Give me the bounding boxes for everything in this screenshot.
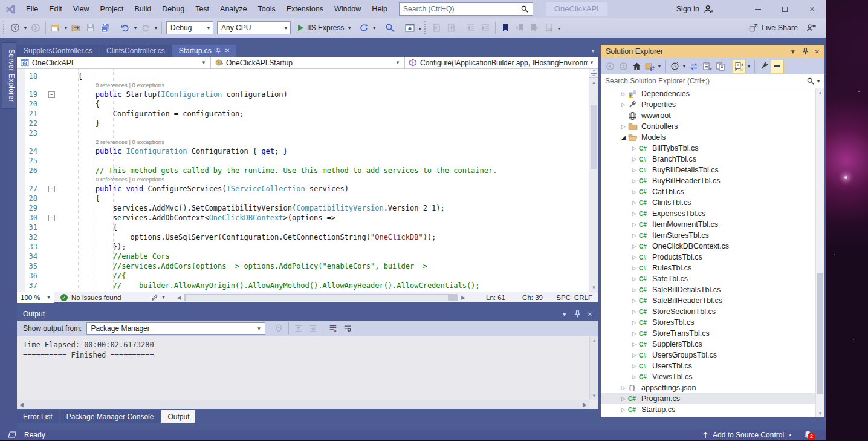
expander-collapsed-icon[interactable]: ▷ xyxy=(630,211,639,217)
dropdown-arrow-icon[interactable]: ▼ xyxy=(681,60,687,73)
expander-collapsed-icon[interactable]: ▷ xyxy=(630,330,639,336)
code-line[interactable]: 24 public IConfiguration Configuration {… xyxy=(17,146,589,156)
indent-decrease-icon[interactable] xyxy=(464,21,478,35)
member-dropdown[interactable]: Configure(IApplicationBuilder app, IHost… xyxy=(405,57,598,68)
overflow-dropdown-icon[interactable]: ▼ xyxy=(556,21,562,34)
se-back-icon[interactable] xyxy=(603,60,617,73)
output-vertical-scrollbar[interactable]: ▲ ▼ xyxy=(589,336,598,400)
expander-collapsed-icon[interactable]: ▷ xyxy=(630,309,639,315)
new-project-icon[interactable] xyxy=(48,21,63,35)
iis-settings-icon[interactable] xyxy=(403,21,417,35)
bookmark-prev-icon[interactable] xyxy=(513,21,527,35)
tree-item-dependencies[interactable]: ▷Dependencies xyxy=(601,88,824,99)
scroll-right-icon[interactable]: ▶ xyxy=(459,295,468,301)
menu-item-view[interactable]: View xyxy=(68,0,95,18)
expander-collapsed-icon[interactable]: ▷ xyxy=(630,156,639,162)
output-source-dropdown[interactable]: Package Manager ▼ xyxy=(86,322,265,335)
sync-with-active-document-icon[interactable] xyxy=(733,60,746,73)
undo-icon[interactable] xyxy=(118,21,132,35)
home-icon[interactable] xyxy=(630,60,643,73)
expander-collapsed-icon[interactable]: ▷ xyxy=(630,254,639,260)
solution-search-box[interactable]: ▼ xyxy=(601,74,824,88)
close-icon[interactable]: ✕ xyxy=(225,45,230,57)
bookmark-icon[interactable] xyxy=(498,21,513,35)
expander-collapsed-icon[interactable]: ▷ xyxy=(630,265,639,271)
save-all-icon[interactable] xyxy=(98,21,112,35)
expander-collapsed-icon[interactable]: ▷ xyxy=(619,396,628,402)
tree-item-viewstbl-cs[interactable]: ▷C#ViewsTbl.cs xyxy=(601,371,824,382)
code-line[interactable]: 28 { xyxy=(17,194,589,203)
dropdown-arrow-icon[interactable]: ▼ xyxy=(153,21,159,34)
scroll-left-icon[interactable]: ◀ xyxy=(174,295,183,301)
switch-views-icon[interactable] xyxy=(643,60,656,73)
close-icon[interactable]: ✕ xyxy=(588,311,592,318)
notifications-button[interactable]: 2 xyxy=(803,430,812,439)
type-dropdown[interactable]: OneClickAPI.Startup ▼ xyxy=(211,57,405,68)
sign-in-button[interactable]: Sign in xyxy=(676,0,713,18)
tree-item-models[interactable]: ◢Models xyxy=(601,132,824,143)
tree-item-properties[interactable]: ▷Properties xyxy=(601,99,824,110)
tree-item-userstbl-cs[interactable]: ▷C#UsersTbl.cs xyxy=(601,361,824,371)
indent-increase-icon[interactable] xyxy=(478,21,493,35)
expander-collapsed-icon[interactable]: ▷ xyxy=(630,145,639,151)
output-horizontal-scrollbar[interactable]: ◀ ▶ xyxy=(17,400,589,409)
scrollbar-thumb[interactable] xyxy=(817,273,823,394)
collapse-toggle-icon[interactable]: − xyxy=(48,91,55,98)
close-icon[interactable]: ✕ xyxy=(815,48,820,55)
save-icon[interactable] xyxy=(83,21,98,35)
browser-link-icon[interactable] xyxy=(383,21,397,35)
document-tab-supplerscontroller-cs[interactable]: SupplersController.cs xyxy=(17,45,99,57)
solution-explorer-title-bar[interactable]: Solution Explorer ▼ ✕ xyxy=(601,45,824,58)
dropdown-arrow-icon[interactable]: ▼ xyxy=(746,60,752,73)
expander-collapsed-icon[interactable]: ▷ xyxy=(630,243,639,249)
refresh-icon[interactable] xyxy=(357,21,371,35)
tree-item-oneclickdbcontext-cs[interactable]: ▷C#OneClickDBContext.cs xyxy=(601,241,824,252)
scroll-down-icon[interactable]: ▼ xyxy=(816,409,824,417)
expander-collapsed-icon[interactable]: ▷ xyxy=(619,385,628,391)
dropdown-arrow-icon[interactable]: ▼ xyxy=(656,60,662,73)
expander-collapsed-icon[interactable]: ▷ xyxy=(630,341,639,347)
maximize-button[interactable] xyxy=(771,0,798,18)
scroll-up-icon[interactable]: ▲ xyxy=(590,336,598,345)
expander-collapsed-icon[interactable]: ▷ xyxy=(630,221,639,227)
any-cpu-dropdown[interactable]: Any CPU▼ xyxy=(217,21,291,34)
expander-collapsed-icon[interactable]: ▷ xyxy=(630,319,639,325)
document-list-dropdown-icon[interactable]: ▼ xyxy=(591,45,595,57)
menu-item-tools[interactable]: Tools xyxy=(253,0,281,18)
menu-item-edit[interactable]: Edit xyxy=(44,0,68,18)
expander-collapsed-icon[interactable]: ▷ xyxy=(630,298,639,304)
collapse-all-icon[interactable] xyxy=(701,60,714,73)
scrollbar-thumb[interactable] xyxy=(186,295,448,301)
menu-item-project[interactable]: Project xyxy=(95,0,129,18)
quick-search-box[interactable] xyxy=(399,2,533,16)
issues-indicator[interactable]: ✓ No issues found xyxy=(54,294,127,301)
tree-item-billtybstbl-cs[interactable]: ▷C#BillTybsTbl.cs xyxy=(601,143,824,154)
code-line[interactable]: 25 xyxy=(17,156,589,166)
scroll-up-icon[interactable]: ▲ xyxy=(589,78,598,87)
next-message-icon[interactable] xyxy=(306,321,320,336)
tree-item-itemstorestbl-cs[interactable]: ▷C#ItemStoresTbl.cs xyxy=(601,230,824,241)
search-icon[interactable] xyxy=(807,77,814,85)
scrollbar-thumb[interactable] xyxy=(591,105,597,169)
tree-item-clintstbl-cs[interactable]: ▷C#ClintsTbl.cs xyxy=(601,197,824,208)
split-window-handle[interactable] xyxy=(589,69,598,78)
se-forward-icon[interactable] xyxy=(617,60,630,73)
tree-item-storestbl-cs[interactable]: ▷C#StoresTbl.cs xyxy=(601,317,824,328)
output-title-bar[interactable]: Output ▼ ✕ xyxy=(17,307,598,321)
scroll-right-icon[interactable]: ▶ xyxy=(580,402,589,408)
menu-item-build[interactable]: Build xyxy=(129,0,157,18)
search-options-dropdown-icon[interactable]: ▼ xyxy=(816,79,821,84)
server-explorer-tab[interactable]: Server Explorer xyxy=(2,42,16,109)
code-line[interactable]: 18 { xyxy=(17,71,589,81)
overflow-dropdown-icon[interactable]: ▼ xyxy=(417,21,423,34)
tree-item-buybillheadertbl-cs[interactable]: ▷C#BuyBillHeaderTbl.cs xyxy=(601,175,824,186)
expander-collapsed-icon[interactable]: ▷ xyxy=(630,189,639,195)
tool-tab-output[interactable]: Output xyxy=(161,410,195,423)
expander-collapsed-icon[interactable]: ▷ xyxy=(619,102,628,108)
expander-collapsed-icon[interactable]: ▷ xyxy=(630,276,639,282)
tree-vertical-scrollbar[interactable]: ▲ ▼ xyxy=(815,88,824,417)
minimize-button[interactable] xyxy=(744,0,771,18)
bookmark-clear-icon[interactable] xyxy=(542,21,556,35)
collapse-toggle-icon[interactable]: − xyxy=(48,186,55,192)
tree-item-controllers[interactable]: ▷Controllers xyxy=(601,121,824,132)
